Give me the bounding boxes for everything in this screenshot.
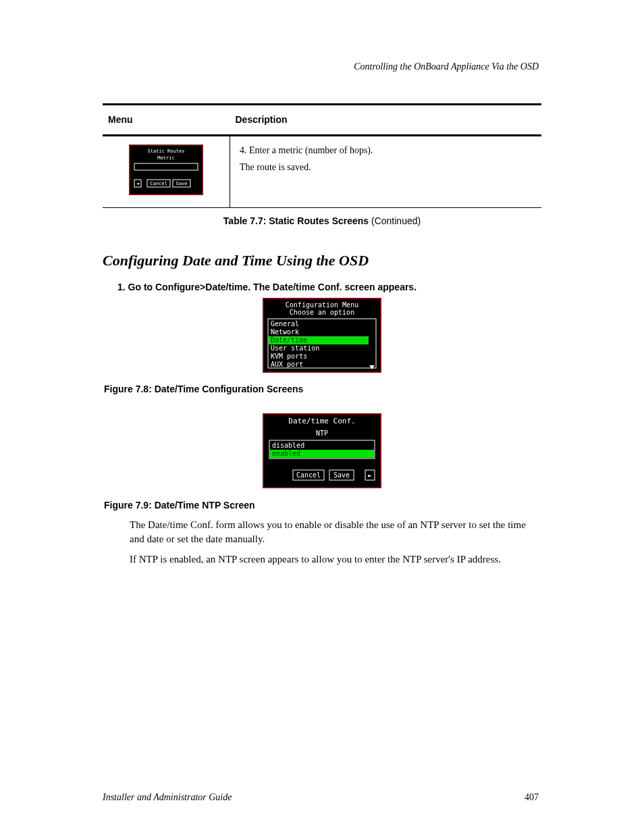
col-desc: Description [230,104,542,135]
svg-text:General: General [271,320,299,328]
svg-text:User station: User station [271,344,319,352]
svg-text:Date/time Conf.: Date/time Conf. [288,417,355,425]
svg-text:Cancel: Cancel [150,181,167,186]
ntp-screenshot: Date/time Conf. NTP disabled enabled Can… [263,413,381,488]
step-1: 1. Go to Configure>Date/time. The Date/t… [117,281,541,294]
svg-text:Network: Network [271,328,299,336]
svg-text:►: ► [368,472,372,479]
saved-text: The route is saved. [240,161,536,174]
svg-text:Metric: Metric [157,155,174,161]
svg-text:disabled: disabled [272,442,304,449]
static-routes-table: Menu Description Static Routes Metric [103,103,541,208]
body-paragraph-1: The Date/time Conf. form allows you to e… [130,518,541,546]
col-menu: Menu [103,104,230,135]
svg-text:Save: Save [176,181,188,186]
svg-text:NTP: NTP [316,429,328,437]
page-number: 407 [525,791,539,804]
footer-label: Installer and Administrator Guide [103,791,232,804]
svg-text:AUX port: AUX port [271,361,303,368]
table-caption: Table 7.7: Static Routes Screens (Contin… [103,215,541,228]
chapter-header: Controlling the OnBoard Appliance Via th… [103,61,539,74]
svg-text:enabled: enabled [272,450,300,457]
config-menu-screenshot: Configuration Menu Choose an option Gene… [263,298,381,373]
table-row: Static Routes Metric ◄ Cancel Save 4. En… [103,135,541,207]
fig79-caption: Figure 7.9: Date/Time NTP Screen [104,499,541,512]
svg-text:KVM ports: KVM ports [271,353,307,360]
svg-text:Save: Save [333,471,350,479]
step-text: 4. Enter a metric (number of hops). [240,145,536,157]
section-heading: Configuring Date and Time Using the OSD [103,251,541,271]
svg-text:Configuration Menu: Configuration Menu [286,301,358,309]
body-paragraph-2: If NTP is enabled, an NTP screen appears… [130,552,541,566]
svg-text:Date/time: Date/time [271,336,307,344]
svg-text:Cancel: Cancel [296,471,321,479]
fig78-caption: Figure 7.8: Date/Time Configuration Scre… [104,383,541,396]
static-routes-screenshot: Static Routes Metric ◄ Cancel Save [129,145,203,195]
svg-text:Static Routes: Static Routes [148,149,185,154]
svg-text:Choose an option: Choose an option [290,309,354,316]
